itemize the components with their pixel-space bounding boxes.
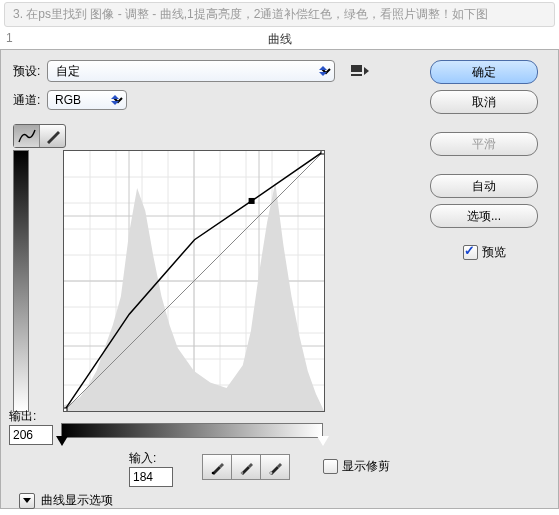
preview-checkbox[interactable]: [463, 245, 478, 260]
instruction-bar: 3. 在ps里找到 图像 - 调整 - 曲线,1提高亮度，2通道补偿红色，绿色，…: [4, 2, 555, 27]
output-group: 输出:: [9, 408, 53, 445]
options-button[interactable]: 选项...: [430, 204, 538, 228]
svg-point-29: [241, 472, 244, 475]
curve-area: [13, 150, 325, 412]
gray-eyedropper-icon[interactable]: [231, 454, 261, 480]
input-field[interactable]: [129, 467, 173, 487]
white-eyedropper-icon[interactable]: [260, 454, 290, 480]
show-clip-checkbox[interactable]: [323, 459, 338, 474]
preset-menu-icon[interactable]: [351, 64, 369, 78]
preview-label: 预览: [482, 244, 506, 261]
output-label: 输出:: [9, 408, 53, 425]
input-gradient: [61, 423, 323, 438]
curve-point-tool[interactable]: [14, 125, 40, 147]
channel-select[interactable]: RGB: [47, 90, 127, 110]
svg-rect-27: [249, 198, 255, 204]
svg-rect-25: [64, 408, 67, 411]
curve-toolbox: [13, 124, 66, 148]
dialog-title: 曲线: [0, 31, 559, 48]
disclosure-row[interactable]: 曲线显示选项: [19, 492, 113, 509]
disclosure-arrow-icon[interactable]: [19, 493, 35, 509]
show-clip-label: 显示修剪: [342, 458, 390, 475]
svg-point-28: [212, 472, 215, 475]
auto-button[interactable]: 自动: [430, 174, 538, 198]
black-point-slider[interactable]: [56, 436, 68, 446]
white-point-slider[interactable]: [317, 436, 329, 446]
cancel-button[interactable]: 取消: [430, 90, 538, 114]
black-eyedropper-icon[interactable]: [202, 454, 232, 480]
curve-grid[interactable]: [63, 150, 325, 412]
eyedropper-group: [203, 454, 290, 480]
output-gradient: [13, 150, 29, 412]
dialog-buttons: 确定 取消 平滑 自动 选项... 预览: [424, 60, 544, 261]
svg-point-30: [270, 472, 273, 475]
channel-label: 通道:: [13, 92, 47, 109]
svg-rect-26: [321, 151, 324, 154]
disclosure-label: 曲线显示选项: [41, 492, 113, 509]
input-label: 输入:: [129, 450, 173, 467]
preset-select[interactable]: 自定: [47, 60, 335, 82]
dialog-titlebar: 1 曲线: [0, 31, 559, 49]
smooth-button[interactable]: 平滑: [430, 132, 538, 156]
curves-dialog: 预设: 自定 通道: RGB 确定 取消 平滑 自动 选项... 预览: [0, 49, 559, 509]
show-clip-group: 显示修剪: [323, 458, 390, 475]
preset-label: 预设:: [13, 63, 47, 80]
output-field[interactable]: [9, 425, 53, 445]
curve-pencil-tool[interactable]: [40, 125, 65, 147]
input-group: 输入:: [129, 450, 173, 487]
ok-button[interactable]: 确定: [430, 60, 538, 84]
